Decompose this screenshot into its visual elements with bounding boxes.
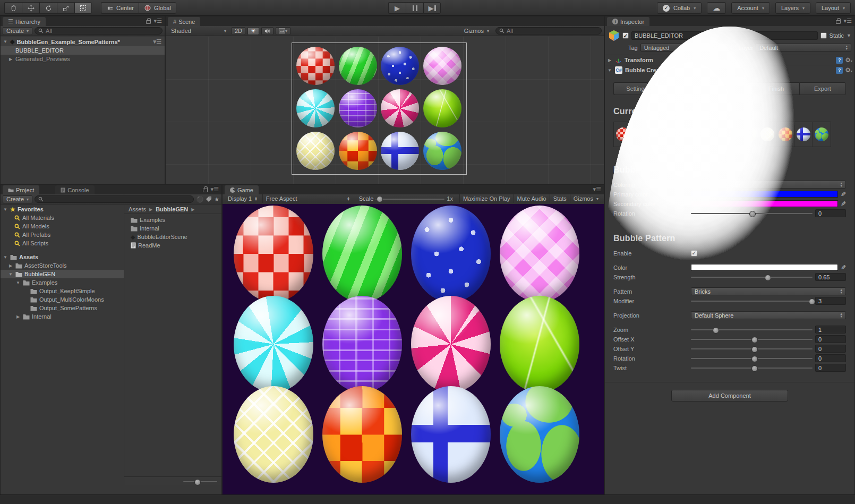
pause-button[interactable] bbox=[406, 2, 423, 14]
scene-menu-icon[interactable]: ▾☰ bbox=[153, 38, 161, 45]
hierarchy-item-bubble-editor[interactable]: BUBBLE_EDITOR bbox=[1, 46, 165, 55]
global-toggle-button[interactable]: Global bbox=[139, 2, 176, 14]
scene-audio-toggle[interactable] bbox=[261, 27, 273, 35]
tab-scene[interactable]: # Scene bbox=[168, 17, 200, 26]
stats-button[interactable]: Stats bbox=[550, 194, 570, 203]
bubble-yellow-quilt[interactable] bbox=[296, 132, 335, 170]
gear-icon[interactable]: ⚙▾ bbox=[845, 56, 852, 64]
foldout-closed-icon[interactable]: ▶ bbox=[15, 314, 21, 319]
bubble-green-stripes[interactable] bbox=[339, 47, 377, 85]
panel-menu-icon[interactable]: ▾☰ bbox=[593, 186, 601, 193]
twist-slider[interactable] bbox=[691, 364, 813, 371]
static-dropdown-icon[interactable]: ▼ bbox=[847, 33, 851, 38]
gear-icon[interactable]: ⚙▾ bbox=[845, 66, 852, 74]
offset-x-slider[interactable] bbox=[691, 336, 813, 343]
tree-item-examples[interactable]: ▼ Examples bbox=[1, 278, 124, 287]
bubble-cyan-swirl[interactable] bbox=[296, 89, 335, 127]
layers-dropdown[interactable]: Layers ▾ bbox=[775, 2, 810, 14]
file-item-readme[interactable]: ReadMe bbox=[124, 241, 221, 250]
scene-lighting-toggle[interactable]: ☀ bbox=[247, 27, 259, 35]
eyedropper-icon[interactable]: ✎ bbox=[841, 200, 846, 208]
bubble-pink-plaid[interactable] bbox=[423, 47, 461, 85]
zoom-slider[interactable] bbox=[691, 326, 813, 333]
color-rotation-slider[interactable] bbox=[691, 210, 813, 217]
lock-icon[interactable] bbox=[836, 20, 841, 24]
search-by-type-icon[interactable]: ⚫ bbox=[196, 196, 203, 203]
tree-item-output-somepatterns[interactable]: Output_SomePatterns bbox=[1, 304, 124, 312]
active-checkbox[interactable]: ✓ bbox=[622, 32, 629, 39]
pivot-center-button[interactable]: Center bbox=[101, 2, 139, 14]
assets-root[interactable]: ▼ Assets bbox=[1, 253, 124, 261]
bubble-red-checker[interactable] bbox=[296, 47, 335, 85]
tab-console[interactable]: Console bbox=[55, 185, 94, 194]
game-aspect-dropdown[interactable]: Free Aspect ▴▾ bbox=[262, 194, 353, 203]
game-display-dropdown[interactable]: Display 1 ▴▾ bbox=[225, 194, 260, 203]
account-dropdown[interactable]: Account ▾ bbox=[731, 2, 770, 14]
foldout-open-icon[interactable]: ▼ bbox=[3, 207, 8, 212]
offset-y-slider[interactable] bbox=[691, 345, 813, 352]
bubble-orange-checker[interactable] bbox=[339, 132, 377, 170]
tree-item-output-multicolormoons[interactable]: Output_MultiColorMoons bbox=[1, 295, 124, 304]
favorites-root[interactable]: ▼ ★ Favorites bbox=[1, 205, 124, 213]
project-search-input[interactable] bbox=[35, 195, 194, 203]
breadcrumb-root[interactable]: Assets bbox=[129, 206, 146, 212]
scene-gizmos-dropdown[interactable]: Gizmos ▾ bbox=[461, 27, 492, 36]
rect-tool-button[interactable] bbox=[74, 2, 92, 14]
file-item-bubbleeditorscene[interactable]: ◆ BubbleEditorScene bbox=[124, 233, 221, 241]
label-icon[interactable] bbox=[206, 196, 212, 202]
play-button[interactable]: ▶ bbox=[388, 2, 406, 14]
cloud-button[interactable]: ☁ bbox=[707, 2, 726, 14]
hierarchy-scene-row[interactable]: ▼ ◆ BubbleGen_Example_SomePatterns* ▾☰ bbox=[1, 37, 165, 46]
bubble-lime-storm[interactable] bbox=[423, 89, 461, 127]
help-icon[interactable]: ? bbox=[836, 57, 843, 64]
bubble-finland-cross[interactable] bbox=[381, 132, 419, 170]
collab-dropdown[interactable]: ✓ Collab ▾ bbox=[657, 2, 702, 14]
foldout-open-icon[interactable]: ▼ bbox=[8, 272, 13, 277]
tree-item-assetstoretools[interactable]: ▶ AssetStoreTools bbox=[1, 261, 124, 270]
scene-effects-toggle[interactable]: ▾ bbox=[276, 27, 290, 35]
lock-icon[interactable] bbox=[146, 20, 151, 24]
tree-item-internal[interactable]: ▶ Internal bbox=[1, 312, 124, 321]
maximize-on-play-button[interactable]: Maximize On Play bbox=[459, 194, 514, 203]
foldout-open-icon[interactable]: ▼ bbox=[3, 39, 8, 44]
tab-game[interactable]: Game bbox=[225, 185, 259, 194]
scene-search-input[interactable]: All bbox=[495, 27, 602, 35]
panel-menu-icon[interactable]: ▾☰ bbox=[211, 186, 219, 193]
panel-menu-icon[interactable]: ▾☰ bbox=[844, 18, 852, 24]
tab-project[interactable]: Project bbox=[3, 185, 39, 194]
breadcrumb-current[interactable]: BubbleGEN bbox=[156, 206, 188, 212]
move-tool-button[interactable] bbox=[22, 2, 39, 14]
tab-hierarchy[interactable]: ☰ Hierarchy bbox=[3, 17, 46, 26]
game-scale-slider[interactable] bbox=[375, 195, 444, 202]
scene-shading-dropdown[interactable]: Shaded ▾ bbox=[168, 27, 229, 36]
thumbnail-earth-globe[interactable] bbox=[813, 122, 831, 147]
foldout-open-icon[interactable]: ▼ bbox=[607, 68, 612, 73]
lock-icon[interactable] bbox=[203, 189, 208, 192]
tab-inspector[interactable]: i Inspector bbox=[607, 17, 649, 26]
favorite-all-scripts[interactable]: All Scripts bbox=[1, 239, 124, 247]
static-checkbox[interactable]: ✓ bbox=[820, 32, 827, 39]
foldout-closed-icon[interactable]: ▶ bbox=[607, 58, 612, 63]
hierarchy-item-generated-previews[interactable]: ▶ Generated_Previews bbox=[1, 55, 165, 63]
foldout-closed-icon[interactable]: ▶ bbox=[8, 263, 13, 268]
help-icon[interactable]: ? bbox=[836, 67, 843, 74]
tree-item-bubblegen[interactable]: ▼ BubbleGEN bbox=[1, 270, 124, 278]
thumbnail-size-slider[interactable] bbox=[183, 478, 217, 485]
modifier-slider[interactable] bbox=[691, 297, 813, 304]
scene-viewport[interactable] bbox=[166, 37, 604, 184]
bubble-earth-globe[interactable] bbox=[423, 132, 461, 170]
eyedropper-icon[interactable]: ✎ bbox=[841, 264, 846, 271]
panel-menu-icon[interactable]: ▾☰ bbox=[154, 18, 162, 24]
bubble-rose-swirl[interactable] bbox=[381, 89, 419, 127]
bubble-earth-globe[interactable] bbox=[815, 127, 828, 141]
file-item-internal[interactable]: Internal bbox=[124, 224, 221, 233]
foldout-open-icon[interactable]: ▼ bbox=[15, 280, 21, 285]
favorite-all-models[interactable]: All Models bbox=[1, 222, 124, 230]
file-item-examples[interactable]: Examples bbox=[124, 216, 221, 224]
mute-audio-button[interactable]: Mute Audio bbox=[514, 194, 550, 203]
pattern-rotation-slider[interactable] bbox=[691, 355, 813, 362]
hierarchy-search-input[interactable]: All bbox=[35, 27, 163, 35]
game-viewport[interactable] bbox=[223, 204, 604, 494]
layout-dropdown[interactable]: Layout ▾ bbox=[816, 2, 851, 14]
strength-slider[interactable] bbox=[691, 274, 813, 280]
